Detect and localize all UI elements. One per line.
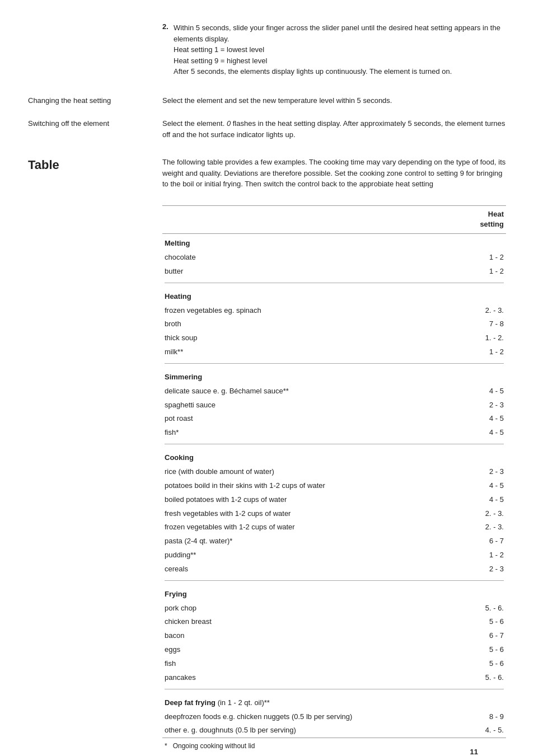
table-intro-body: The following table provides a few examp…: [162, 157, 506, 190]
table-row: Cooking: [162, 448, 506, 465]
table-row: pot roast 4 - 5: [162, 412, 506, 426]
changing-heat-body: Select the element and set the new tempe…: [162, 95, 506, 106]
table-intro-section: Table The following table provides a few…: [28, 157, 506, 190]
table-row: fish* 4 - 5: [162, 426, 506, 440]
table-row: Melting: [162, 234, 506, 251]
table-header-row: Heatsetting: [162, 205, 506, 234]
category-name: Melting: [162, 234, 448, 251]
table-heading: Table: [28, 158, 59, 172]
table-section: Heatsetting Melting chocolate 1 - 2: [28, 205, 506, 757]
table-row: deepfrozen foods e.g. chicken nuggets (0…: [162, 710, 506, 724]
step2-content: Within 5 seconds, slide your finger acro…: [174, 22, 506, 77]
step2-section: 2. Within 5 seconds, slide your finger a…: [28, 22, 506, 83]
table-row: frozen vegetables with 1-2 cups of water…: [162, 520, 506, 534]
table-row: milk** 1 - 2: [162, 345, 506, 359]
table-row: frozen vegetables eg. spinach 2. - 3.: [162, 304, 506, 318]
table-row: boiled potatoes with 1-2 cups of water 4…: [162, 493, 506, 507]
table-row: rice (with double amount of water) 2 - 3: [162, 465, 506, 479]
changing-heat-heading: Changing the heat setting: [28, 96, 111, 105]
table-row: pasta (2-4 qt. water)* 6 - 7: [162, 534, 506, 548]
table-row: Simmering: [162, 368, 506, 384]
table-row: potatoes boild in their skins with 1-2 c…: [162, 479, 506, 493]
table-divider-row: [162, 279, 506, 287]
table-row: Frying: [162, 585, 506, 602]
switching-off-section: Switching off the element Select the ele…: [28, 118, 506, 140]
cooking-table: Heatsetting Melting chocolate 1 - 2: [162, 205, 506, 757]
col-header-heat: Heatsetting: [448, 205, 506, 234]
table-row: pancakes 5. - 6.: [162, 671, 506, 685]
table-row: spaghetti sauce 2 - 3: [162, 398, 506, 412]
step2-number: 2.: [162, 22, 174, 77]
table-row: chicken breast 5 - 6: [162, 615, 506, 629]
col-header-food: [162, 205, 448, 234]
table-row: delicate sauce e. g. Béchamel sauce** 4 …: [162, 384, 506, 398]
table-row: pork chop 5. - 6.: [162, 602, 506, 616]
table-row: butter 1 - 2: [162, 265, 506, 279]
table-row: Deep fat frying (in 1 - 2 qt. oil)**: [162, 693, 506, 710]
table-row: cereals 2 - 3: [162, 562, 506, 576]
table-row: other e. g. doughnuts (0.5 lb per servin…: [162, 724, 506, 738]
table-row: bacon 6 - 7: [162, 629, 506, 643]
switching-off-heading: Switching off the element: [28, 119, 109, 128]
footnote-row: * Ongoing cooking without lid: [162, 738, 506, 753]
table-row: eggs 5 - 6: [162, 643, 506, 657]
switching-off-body: Select the element. 0 flashes in the hea…: [162, 118, 506, 140]
page-number: 11: [470, 748, 478, 756]
changing-heat-section: Changing the heat setting Select the ele…: [28, 95, 506, 106]
table-divider-row: [162, 576, 506, 585]
table-row: Heating: [162, 287, 506, 304]
step2-item: 2. Within 5 seconds, slide your finger a…: [162, 22, 506, 77]
table-row: fish 5 - 6: [162, 657, 506, 671]
table-row: fresh vegetables with 1-2 cups of water …: [162, 507, 506, 521]
table-row: chocolate 1 - 2: [162, 251, 506, 265]
table-row: thick soup 1. - 2.: [162, 331, 506, 345]
table-row: broth 7 - 8: [162, 317, 506, 331]
footnote-row: ** without lid: [162, 753, 506, 756]
table-divider-row: [162, 440, 506, 448]
table-divider-row: [162, 359, 506, 368]
table-row: pudding** 1 - 2: [162, 548, 506, 562]
table-divider-row: [162, 685, 506, 693]
